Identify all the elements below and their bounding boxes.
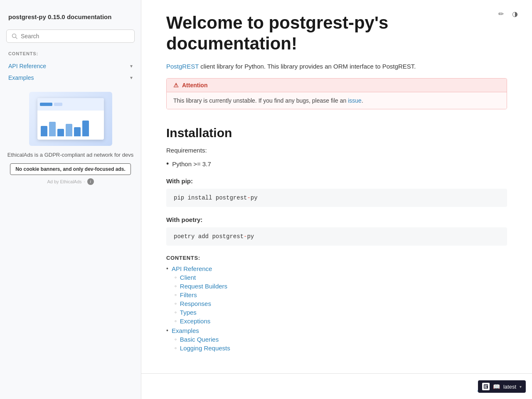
examples-label: Examples — [172, 327, 199, 334]
postgrest-link[interactable]: PostgREST — [166, 63, 199, 70]
list-item: • Python >= 3.7 — [166, 159, 507, 169]
circle-bullet-icon: ○ — [175, 276, 177, 279]
pip-code-block: pip install postgrest-py — [166, 189, 507, 207]
search-box[interactable] — [6, 30, 135, 43]
attention-box: ⚠ Attention This library is currently un… — [166, 78, 507, 109]
intro-text: PostgREST client library for Python. Thi… — [166, 63, 507, 70]
ad-description: EthicalAds is a GDPR-compliant ad networ… — [6, 151, 135, 159]
exceptions-link[interactable]: Exceptions — [180, 318, 210, 325]
version-label: latest — [503, 384, 516, 390]
contents-section: CONTENTS: • API Reference ○ Client ○ Req… — [166, 255, 507, 352]
examples-sub-list: ○ Basic Queries ○ Logging Requests — [175, 336, 507, 352]
sidebar-item-api-reference[interactable]: API Reference ▾ — [0, 60, 141, 72]
version-badge[interactable]: 📖 latest ▾ — [478, 380, 526, 393]
svg-rect-4 — [484, 387, 487, 387]
poetry-code-block: poetry add postgrest-py — [166, 227, 507, 246]
issue-link[interactable]: issue — [348, 97, 362, 104]
contents-list: • API Reference ○ Client ○ Request Build… — [166, 265, 507, 352]
logging-requests-link[interactable]: Logging Requests — [180, 345, 230, 352]
circle-bullet-icon: ○ — [175, 319, 177, 323]
sidebar-item-examples[interactable]: Examples ▾ — [0, 72, 141, 84]
request-builders-link[interactable]: Request Builders — [180, 283, 227, 290]
ad-section: EthicalAds is a GDPR-compliant ad networ… — [6, 92, 135, 185]
attention-header: ⚠ Attention — [167, 79, 507, 92]
attention-body-prefix: This library is currently unstable. If y… — [173, 97, 348, 104]
api-reference-label: API Reference — [172, 265, 212, 272]
requirements-label: Requirements: — [166, 147, 507, 154]
sidebar-title: postgrest-py 0.15.0 documentation — [0, 8, 141, 30]
responses-link[interactable]: Responses — [180, 300, 211, 307]
attention-body: This library is currently unstable. If y… — [167, 92, 507, 109]
top-icons: ✏ ◑ — [497, 8, 520, 20]
attention-label: Attention — [182, 82, 207, 89]
main-content: ✏ ◑ Welcome to postgrest-py's documentat… — [141, 0, 532, 399]
list-item: ○ Exceptions — [175, 318, 507, 325]
edit-icon[interactable]: ✏ — [497, 8, 505, 20]
circle-bullet-icon: ○ — [175, 346, 177, 350]
circle-bullet-icon: ○ — [175, 337, 177, 341]
circle-bullet-icon: ○ — [175, 293, 177, 297]
rtd-icon — [482, 383, 490, 390]
pip-label: With pip: — [166, 177, 507, 185]
list-item: ○ Responses — [175, 300, 507, 307]
svg-rect-3 — [484, 385, 488, 386]
list-item: ○ Logging Requests — [175, 345, 507, 352]
list-item: ○ Basic Queries — [175, 336, 507, 343]
chevron-down-icon: ▾ — [130, 63, 133, 69]
sidebar: postgrest-py 0.15.0 documentation CONTEN… — [0, 0, 141, 399]
book-icon: 📖 — [493, 383, 500, 390]
search-icon — [12, 33, 17, 39]
circle-bullet-icon: ○ — [175, 284, 177, 288]
ad-image-inner — [37, 98, 104, 140]
examples-link[interactable]: • Examples — [166, 327, 507, 334]
list-item: ○ Types — [175, 309, 507, 316]
sidebar-item-examples-label: Examples — [8, 74, 34, 81]
list-item: ○ Client — [175, 274, 507, 281]
footer-nav: Next API Reference › — [141, 373, 532, 399]
page-title: Welcome to postgrest-py's documentation! — [166, 12, 507, 54]
bullet-icon: • — [166, 160, 169, 168]
contents-title: CONTENTS: — [166, 255, 507, 261]
search-input[interactable] — [21, 33, 129, 39]
ad-footer: Ad by EthicalAds · i — [6, 178, 135, 185]
installation-title: Installation — [166, 122, 507, 140]
client-link[interactable]: Client — [180, 274, 196, 281]
filters-link[interactable]: Filters — [180, 291, 197, 298]
info-icon[interactable]: i — [87, 178, 94, 185]
list-item: • Examples ○ Basic Queries ○ Logging Req… — [166, 327, 507, 352]
sidebar-item-api-reference-label: API Reference — [8, 63, 46, 69]
svg-rect-5 — [484, 387, 487, 388]
requirement-item: Python >= 3.7 — [172, 160, 211, 167]
sidebar-contents-label: CONTENTS: — [0, 51, 141, 60]
requirements-list: • Python >= 3.7 — [166, 159, 507, 169]
intro-rest-text: client library for Python. This library … — [199, 63, 416, 70]
api-reference-link[interactable]: • API Reference — [166, 265, 507, 272]
circle-bullet-icon: ○ — [175, 310, 177, 314]
bullet-icon: • — [166, 265, 168, 272]
poetry-code: poetry add postgrest-py — [174, 233, 254, 240]
circle-bullet-icon: ○ — [175, 302, 177, 305]
api-reference-sub-list: ○ Client ○ Request Builders ○ Filters ○ … — [175, 274, 507, 325]
chevron-down-icon-2: ▾ — [130, 75, 133, 81]
list-item: • API Reference ○ Client ○ Request Build… — [166, 265, 507, 325]
list-item: ○ Request Builders — [175, 283, 507, 290]
version-chevron-icon: ▾ — [520, 384, 522, 389]
poetry-label: With poetry: — [166, 216, 507, 223]
ad-footer-text: Ad by EthicalAds — [47, 179, 81, 184]
pip-code: pip install postgrest-py — [174, 195, 258, 201]
svg-line-1 — [16, 37, 17, 39]
ad-button[interactable]: No cookie banners, and only dev-focused … — [10, 163, 131, 175]
theme-icon[interactable]: ◑ — [510, 8, 520, 20]
list-item: ○ Filters — [175, 291, 507, 298]
ad-image — [29, 92, 112, 146]
warning-icon: ⚠ — [173, 82, 179, 89]
types-link[interactable]: Types — [180, 309, 197, 316]
bullet-icon: • — [166, 327, 168, 334]
ad-footer-dot: · — [84, 179, 85, 184]
attention-body-suffix: . — [362, 97, 363, 104]
basic-queries-link[interactable]: Basic Queries — [180, 336, 219, 343]
